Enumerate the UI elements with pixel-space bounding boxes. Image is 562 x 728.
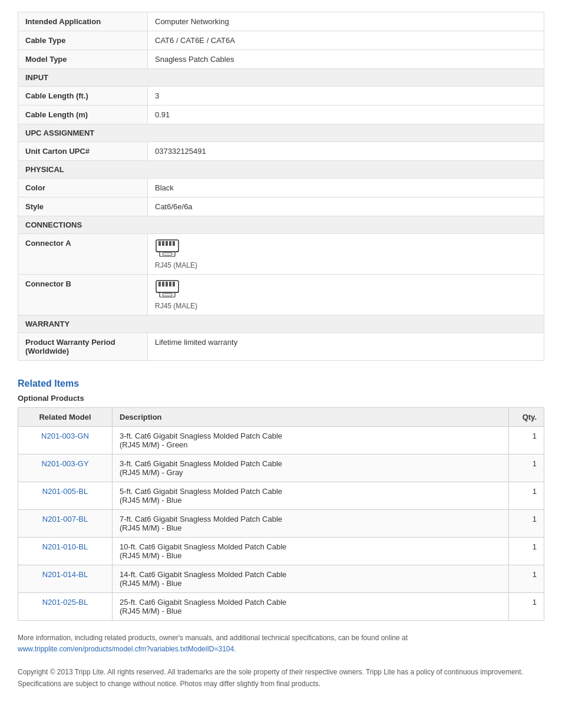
desc-line2: (RJ45 M/M) - Green bbox=[120, 440, 188, 449]
related-model-link[interactable]: N201-014-BL bbox=[42, 570, 88, 579]
section-header: INPUT bbox=[18, 69, 544, 87]
spec-label: Model Type bbox=[18, 50, 148, 69]
spec-value: Computer Networking bbox=[148, 12, 544, 31]
desc-line1: 10-ft. Cat6 Gigabit Snagless Molded Patc… bbox=[120, 542, 286, 551]
related-model-link[interactable]: N201-003-GY bbox=[41, 459, 88, 468]
related-model-link[interactable]: N201-005-BL bbox=[42, 487, 88, 496]
qty-cell: 1 bbox=[509, 538, 544, 565]
svg-rect-1 bbox=[158, 241, 161, 246]
model-cell: N201-005-BL bbox=[18, 482, 113, 510]
spec-label: Intended Application bbox=[18, 12, 148, 31]
description-cell: 25-ft. Cat6 Gigabit Snagless Molded Patc… bbox=[113, 593, 509, 621]
spec-value: 3 bbox=[148, 87, 544, 106]
description-cell: 3-ft. Cat6 Gigabit Snagless Molded Patch… bbox=[113, 427, 509, 454]
col-model: Related Model bbox=[18, 408, 113, 427]
svg-rect-13 bbox=[166, 282, 168, 286]
model-cell: N201-007-BL bbox=[18, 510, 113, 538]
svg-rect-9 bbox=[163, 253, 172, 255]
desc-line2: (RJ45 M/M) - Blue bbox=[120, 579, 181, 588]
spec-label: Cable Type bbox=[18, 31, 148, 50]
table-row: N201-003-GN3-ft. Cat6 Gigabit Snagless M… bbox=[18, 427, 544, 454]
description-cell: 3-ft. Cat6 Gigabit Snagless Molded Patch… bbox=[113, 454, 509, 482]
model-cell: N201-014-BL bbox=[18, 565, 113, 593]
connector-label: RJ45 (MALE) bbox=[155, 261, 537, 269]
model-cell: N201-010-BL bbox=[18, 538, 113, 565]
footer-link[interactable]: www.tripplite.com/en/products/model.cfm?… bbox=[18, 645, 236, 653]
spec-value: 0.91 bbox=[148, 106, 544, 124]
spec-label: Cable Length (m) bbox=[18, 106, 148, 124]
svg-rect-15 bbox=[173, 282, 175, 286]
svg-rect-14 bbox=[169, 282, 171, 286]
footer-copyright: Copyright © 2013 Tripp Lite. All rights … bbox=[18, 667, 544, 689]
svg-rect-12 bbox=[162, 282, 164, 286]
section-header: CONNECTIONS bbox=[18, 216, 544, 234]
qty-cell: 1 bbox=[509, 427, 544, 454]
svg-rect-3 bbox=[166, 241, 168, 246]
footer-info: More information, including related prod… bbox=[18, 633, 544, 655]
related-items-section: Related Items Optional Products Related … bbox=[18, 378, 544, 621]
description-cell: 5-ft. Cat6 Gigabit Snagless Molded Patch… bbox=[113, 482, 509, 510]
description-cell: 14-ft. Cat6 Gigabit Snagless Molded Patc… bbox=[113, 565, 509, 593]
more-info-text: More information, including related prod… bbox=[18, 634, 408, 642]
desc-line1: 3-ft. Cat6 Gigabit Snagless Molded Patch… bbox=[120, 459, 282, 468]
spec-label: Unit Carton UPC# bbox=[18, 142, 148, 161]
col-description: Description bbox=[113, 408, 509, 427]
spec-label: Style bbox=[18, 197, 148, 216]
svg-rect-11 bbox=[158, 282, 161, 286]
table-row: N201-003-GY3-ft. Cat6 Gigabit Snagless M… bbox=[18, 454, 544, 482]
spec-value: Lifetime limited warranty bbox=[148, 333, 544, 361]
desc-line1: 7-ft. Cat6 Gigabit Snagless Molded Patch… bbox=[120, 515, 282, 523]
desc-line1: 14-ft. Cat6 Gigabit Snagless Molded Patc… bbox=[120, 570, 286, 579]
optional-products-label: Optional Products bbox=[18, 394, 544, 403]
related-items-title: Related Items bbox=[18, 378, 544, 389]
spec-label: Product Warranty Period (Worldwide) bbox=[18, 333, 148, 361]
related-model-link[interactable]: N201-010-BL bbox=[42, 542, 88, 551]
connector-cell: RJ45 (MALE) bbox=[148, 275, 544, 315]
connector-icon bbox=[155, 279, 537, 302]
desc-line1: 3-ft. Cat6 Gigabit Snagless Molded Patch… bbox=[120, 431, 282, 440]
col-qty: Qty. bbox=[509, 408, 544, 427]
section-header: PHYSICAL bbox=[18, 161, 544, 179]
model-cell: N201-003-GY bbox=[18, 454, 113, 482]
desc-line2: (RJ45 M/M) - Blue bbox=[120, 523, 181, 532]
qty-cell: 1 bbox=[509, 482, 544, 510]
svg-rect-6 bbox=[160, 252, 175, 256]
model-cell: N201-003-GN bbox=[18, 427, 113, 454]
desc-line1: 5-ft. Cat6 Gigabit Snagless Molded Patch… bbox=[120, 487, 282, 496]
related-model-link[interactable]: N201-003-GN bbox=[41, 431, 89, 440]
svg-rect-2 bbox=[162, 241, 164, 246]
related-model-link[interactable]: N201-025-BL bbox=[42, 598, 88, 607]
spec-label: Connector B bbox=[18, 275, 148, 315]
spec-label: Connector A bbox=[18, 234, 148, 275]
connector-label: RJ45 (MALE) bbox=[155, 302, 537, 310]
spec-value: CAT6 / CAT6E / CAT6A bbox=[148, 31, 544, 50]
svg-rect-19 bbox=[163, 294, 172, 296]
desc-line2: (RJ45 M/M) - Gray bbox=[120, 468, 183, 477]
connector-icon bbox=[155, 239, 537, 261]
spec-value: Snagless Patch Cables bbox=[148, 50, 544, 69]
desc-line2: (RJ45 M/M) - Blue bbox=[120, 607, 181, 615]
qty-cell: 1 bbox=[509, 565, 544, 593]
spec-label: Color bbox=[18, 179, 148, 197]
svg-rect-16 bbox=[160, 292, 175, 297]
spec-label: Cable Length (ft.) bbox=[18, 87, 148, 106]
table-row: N201-025-BL25-ft. Cat6 Gigabit Snagless … bbox=[18, 593, 544, 621]
description-cell: 10-ft. Cat6 Gigabit Snagless Molded Patc… bbox=[113, 538, 509, 565]
description-cell: 7-ft. Cat6 Gigabit Snagless Molded Patch… bbox=[113, 510, 509, 538]
section-header: UPC ASSIGNMENT bbox=[18, 124, 544, 142]
spec-value: Cat6/6e/6a bbox=[148, 197, 544, 216]
spec-value: 037332125491 bbox=[148, 142, 544, 161]
table-row: N201-005-BL5-ft. Cat6 Gigabit Snagless M… bbox=[18, 482, 544, 510]
desc-line2: (RJ45 M/M) - Blue bbox=[120, 551, 181, 560]
related-items-table: Related Model Description Qty. N201-003-… bbox=[18, 407, 544, 621]
qty-cell: 1 bbox=[509, 454, 544, 482]
qty-cell: 1 bbox=[509, 510, 544, 538]
spec-value: Black bbox=[148, 179, 544, 197]
table-row: N201-007-BL7-ft. Cat6 Gigabit Snagless M… bbox=[18, 510, 544, 538]
related-model-link[interactable]: N201-007-BL bbox=[42, 515, 88, 523]
svg-rect-5 bbox=[173, 241, 175, 246]
table-row: N201-010-BL10-ft. Cat6 Gigabit Snagless … bbox=[18, 538, 544, 565]
model-cell: N201-025-BL bbox=[18, 593, 113, 621]
connector-cell: RJ45 (MALE) bbox=[148, 234, 544, 275]
desc-line1: 25-ft. Cat6 Gigabit Snagless Molded Patc… bbox=[120, 598, 286, 607]
